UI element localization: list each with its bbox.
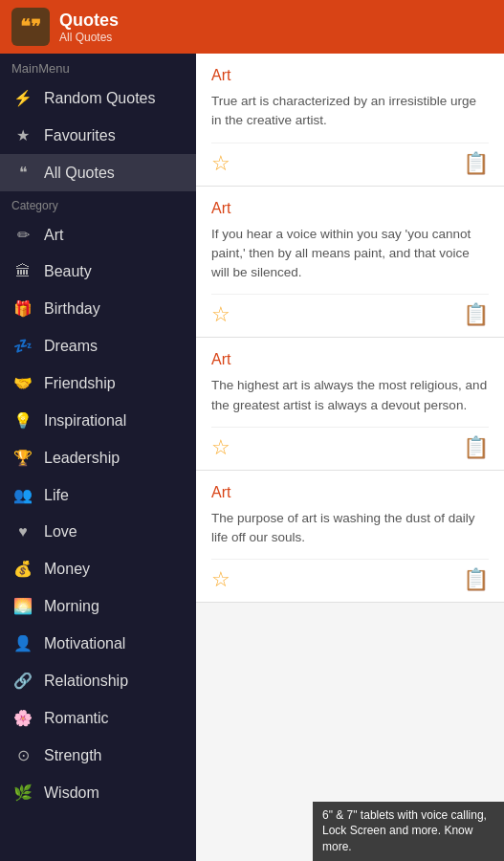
favourites-icon: ★ xyxy=(11,126,34,144)
sidebar-item-random-quotes[interactable]: ⚡ Random Quotes xyxy=(0,79,196,117)
romantic-icon: 🌸 xyxy=(11,709,34,727)
relationship-icon: 🔗 xyxy=(11,672,34,690)
leadership-label: Leadership xyxy=(44,450,120,467)
wisdom-icon: 🌿 xyxy=(11,784,34,802)
sidebar-item-friendship[interactable]: 🤝 Friendship xyxy=(0,364,196,402)
sidebar-item-birthday[interactable]: 🎁 Birthday xyxy=(0,290,196,327)
main-menu-label: MainMenu xyxy=(0,54,196,79)
leadership-icon: 🏆 xyxy=(11,449,34,467)
beauty-icon: 🏛 xyxy=(11,263,34,280)
app-title: Quotes xyxy=(59,11,119,31)
beauty-label: Beauty xyxy=(44,263,92,280)
app-subtitle: All Quotes xyxy=(59,31,119,44)
app-logo: ❝❞ xyxy=(11,8,50,46)
sidebar-item-money[interactable]: 💰 Money xyxy=(0,550,196,587)
quote-category-3: Art xyxy=(211,351,489,368)
dreams-label: Dreams xyxy=(44,338,98,355)
clipboard-button-4[interactable]: 📋 xyxy=(463,567,489,592)
sidebar-item-motivational[interactable]: 👤 Motivational xyxy=(0,625,196,662)
sidebar-item-all-quotes[interactable]: ❝ All Quotes xyxy=(0,154,196,191)
sidebar-item-strength[interactable]: ⊙ Strength xyxy=(0,737,196,774)
favourite-button-4[interactable]: ☆ xyxy=(211,567,230,592)
favourite-button-1[interactable]: ☆ xyxy=(211,151,230,176)
sidebar: MainMenu ⚡ Random Quotes ★ Favourites ❝ … xyxy=(0,54,196,861)
random-quotes-label: Random Quotes xyxy=(44,90,156,107)
all-quotes-label: All Quotes xyxy=(44,165,115,182)
sidebar-item-beauty[interactable]: 🏛 Beauty xyxy=(0,254,196,290)
friendship-icon: 🤝 xyxy=(11,374,34,392)
wisdom-label: Wisdom xyxy=(44,784,99,802)
quote-actions-4: ☆ 📋 xyxy=(211,559,489,602)
life-icon: 👥 xyxy=(11,486,34,504)
sidebar-item-life[interactable]: 👥 Life xyxy=(0,476,196,514)
sidebar-item-relationship[interactable]: 🔗 Relationship xyxy=(0,662,196,699)
quote-actions-3: ☆ 📋 xyxy=(211,427,489,470)
love-icon: ♥ xyxy=(11,523,34,541)
favourite-button-2[interactable]: ☆ xyxy=(211,302,230,327)
quote-category-2: Art xyxy=(211,200,489,217)
quote-category-4: Art xyxy=(211,484,489,501)
clipboard-button-2[interactable]: 📋 xyxy=(463,302,489,327)
money-icon: 💰 xyxy=(11,560,34,578)
morning-label: Morning xyxy=(44,598,99,615)
sidebar-item-wisdom[interactable]: 🌿 Wisdom xyxy=(0,774,196,811)
inspirational-icon: 💡 xyxy=(11,411,34,430)
clipboard-button-1[interactable]: 📋 xyxy=(463,151,489,176)
random-quotes-icon: ⚡ xyxy=(11,89,34,107)
love-label: Love xyxy=(44,523,77,541)
relationship-label: Relationship xyxy=(44,673,128,690)
life-label: Life xyxy=(44,487,69,504)
birthday-label: Birthday xyxy=(44,300,100,318)
quote-text-4: The purpose of art is washing the dust o… xyxy=(211,509,489,548)
favourites-label: Favourites xyxy=(44,127,116,144)
strength-label: Strength xyxy=(44,747,101,764)
dreams-icon: 💤 xyxy=(11,337,34,355)
sidebar-item-leadership[interactable]: 🏆 Leadership xyxy=(0,439,196,476)
logo-icon: ❝❞ xyxy=(20,15,41,38)
quote-text-1: True art is characterized by an irresist… xyxy=(211,92,489,131)
quote-actions-2: ☆ 📋 xyxy=(211,294,489,337)
main-layout: MainMenu ⚡ Random Quotes ★ Favourites ❝ … xyxy=(0,54,504,861)
quote-card-2: Art If you hear a voice within you say '… xyxy=(196,187,504,339)
inspirational-label: Inspirational xyxy=(44,412,126,430)
strength-icon: ⊙ xyxy=(11,746,34,764)
header-text-group: Quotes All Quotes xyxy=(59,11,119,44)
quote-text-3: The highest art is always the most relig… xyxy=(211,376,489,415)
sidebar-item-art[interactable]: ✏ Art xyxy=(0,216,196,254)
category-label: Category xyxy=(0,191,196,216)
quote-card-1: Art True art is characterized by an irre… xyxy=(196,54,504,187)
quote-card-4: Art The purpose of art is washing the du… xyxy=(196,471,504,604)
motivational-icon: 👤 xyxy=(11,634,34,652)
friendship-label: Friendship xyxy=(44,375,116,392)
sidebar-item-inspirational[interactable]: 💡 Inspirational xyxy=(0,402,196,439)
quote-text-2: If you hear a voice within you say 'you … xyxy=(211,225,489,283)
art-label: Art xyxy=(44,227,63,244)
clipboard-button-3[interactable]: 📋 xyxy=(463,435,489,460)
quote-category-1: Art xyxy=(211,67,489,84)
birthday-icon: 🎁 xyxy=(11,299,34,318)
ad-banner[interactable]: 6" & 7" tablets with voice calling, Lock… xyxy=(313,802,504,861)
romantic-label: Romantic xyxy=(44,710,109,727)
sidebar-item-favourites[interactable]: ★ Favourites xyxy=(0,117,196,154)
motivational-label: Motivational xyxy=(44,635,125,652)
sidebar-item-love[interactable]: ♥ Love xyxy=(0,514,196,550)
morning-icon: 🌅 xyxy=(11,597,34,615)
all-quotes-icon: ❝ xyxy=(11,164,34,182)
sidebar-item-dreams[interactable]: 💤 Dreams xyxy=(0,327,196,364)
content-area: Art True art is characterized by an irre… xyxy=(196,54,504,861)
sidebar-item-morning[interactable]: 🌅 Morning xyxy=(0,587,196,625)
quote-actions-1: ☆ 📋 xyxy=(211,143,489,186)
quote-card-3: Art The highest art is always the most r… xyxy=(196,338,504,471)
favourite-button-3[interactable]: ☆ xyxy=(211,435,230,460)
money-label: Money xyxy=(44,561,90,578)
art-icon: ✏ xyxy=(11,226,34,244)
sidebar-item-romantic[interactable]: 🌸 Romantic xyxy=(0,699,196,737)
app-header: ❝❞ Quotes All Quotes xyxy=(0,0,504,54)
